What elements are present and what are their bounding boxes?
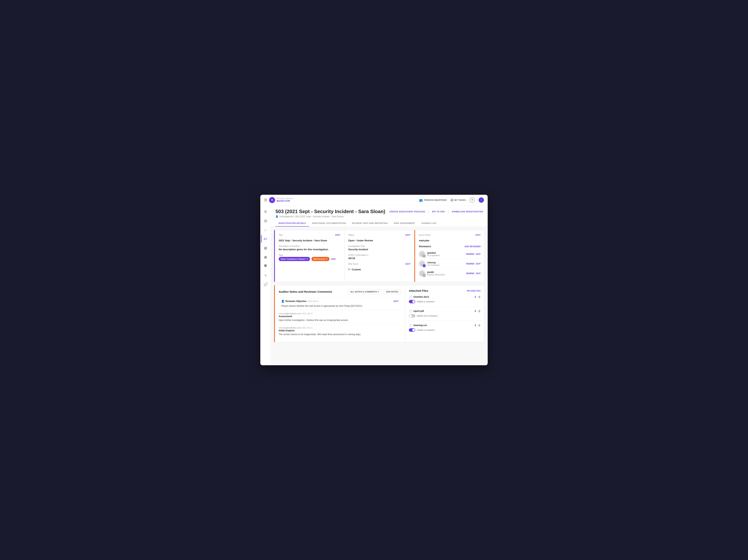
tab-change-log[interactable]: CHANGE LOG (418, 220, 439, 227)
all-notes-button[interactable]: ALL NOTES & COMMENTS ▾ (348, 289, 381, 294)
file-2-delete-icon[interactable]: 🗑 (478, 309, 481, 312)
tab-incident-info[interactable]: INCIDENT INFO AND REPORTING (349, 220, 391, 227)
tab-risk-assessment[interactable]: RISK ASSESSMENT (391, 220, 418, 227)
file-item-1: 📄 sloandoc.docx ⬇ 🗑 (409, 295, 481, 306)
file-item-3: 📄 sloanlog.csv ⬇ 🗑 (409, 324, 481, 335)
file-2-download-icon[interactable]: ⬇ (474, 309, 476, 312)
file-3-visibility-toggle[interactable] (409, 328, 415, 332)
reviewer-jsmith-badge: 0 (423, 274, 426, 277)
reviewer-janedoe-badge: 0 (423, 255, 426, 258)
add-reviewer-button[interactable]: ADD REVIEWER (464, 245, 481, 248)
file-3-row: 📄 sloanlog.csv ⬇ 🗑 (409, 324, 481, 327)
notes-header: Auditor Notes and Reviewer Comments ALL … (279, 289, 401, 294)
app-window: ☰ ✦ PATIENT PRIVACY MONITOR 👥 PERSON IDE… (260, 195, 488, 365)
comment-1-date: 2021-08-22 (302, 312, 312, 315)
file-1-toggle-row: Visible to reviewers (409, 300, 481, 303)
add-tag-button[interactable]: ADD (331, 258, 335, 260)
dhhs-group: DHHS Confirmation # 45718 (348, 254, 411, 260)
api-to-grc-button[interactable]: API TO GRC (432, 210, 445, 213)
my-tasks-button[interactable]: ☑ MY TASKS (450, 199, 466, 202)
reviewer-cmccoy-info: cmccoy No Expiration (427, 261, 464, 266)
title-edit-button[interactable]: EDIT (335, 234, 341, 236)
comment-1-author: cmccoy@institution.com (279, 312, 301, 315)
comment-2-text: The access seems to be inapproriate. Wil… (279, 333, 401, 336)
sidebar-item-search[interactable]: ⌕ (262, 226, 270, 234)
file-1-download-icon[interactable]: ⬇ (474, 295, 476, 298)
sidebar-item-analytics[interactable]: 📈 (262, 281, 270, 288)
sidebar-item-dashboard[interactable]: ⊞ (262, 208, 270, 215)
reviewer-obj-edit-button[interactable]: EDIT (394, 300, 399, 302)
sidebar-item-list[interactable]: ≡ (262, 272, 270, 279)
sidebar-item-reports[interactable]: ▦ (262, 244, 270, 252)
reviewer-cmccoy-expiry: No Expiration (427, 264, 464, 266)
page-header: 503 (2021 Sept - Security Incident - Sar… (271, 206, 488, 227)
risk-edit-button[interactable]: EDIT (405, 263, 411, 265)
sidebar-item-database[interactable]: ▣ (262, 253, 270, 261)
reviewer-obj-header: 👤 Reviewer Objective 2021-08-20 EDIT (281, 300, 399, 303)
reviewer-jsmith-actions: REMIND EDIT (466, 272, 481, 275)
description-group: Description of Incident No description g… (279, 245, 341, 251)
header-left: ☰ ✦ PATIENT PRIVACY MONITOR (264, 197, 294, 203)
logo-icon: ✦ (269, 197, 275, 203)
breadcrumb-icon: 👤 (276, 215, 278, 218)
reviewers-header: Reviewers ADD REVIEWER (419, 245, 481, 248)
toggle-1-knob (412, 300, 415, 303)
file-1-visibility-label: Visible to reviewers (417, 301, 435, 303)
sidebar-item-shield[interactable]: ⛊ (262, 262, 270, 270)
tag-self-access-close[interactable]: ✕ (326, 258, 328, 260)
person-identifier-label: PERSON IDENTIFIER (424, 199, 447, 201)
tab-additional-documentation[interactable]: ADDITIONAL DOCUMENTATION (309, 220, 349, 227)
upload-file-button[interactable]: UPLOAD FILE (467, 290, 481, 292)
file-1-actions: ⬇ 🗑 (474, 295, 481, 298)
comment-1-title: Assessment (279, 315, 401, 318)
download-investigation-button[interactable]: DOWNLOAD INVESTIGATION (452, 210, 483, 213)
header-right: 👥 PERSON IDENTIFIER ☑ MY TASKS ? 👤 (419, 197, 484, 203)
reviewer-jsmith-remind[interactable]: REMIND (466, 272, 474, 275)
create-ediscovery-button[interactable]: CREATE EDISCOVERY PACKAGE (389, 210, 425, 213)
issue-owner-value: matryder (419, 239, 481, 242)
reviewers-title: Reviewers (419, 245, 431, 248)
add-notes-button[interactable]: ADD NOTES (383, 289, 401, 294)
reviewer-cmccoy-edit[interactable]: EDIT (476, 262, 481, 265)
hamburger-icon[interactable]: ☰ (264, 198, 267, 202)
status-edit-button[interactable]: EDIT (405, 234, 411, 236)
logo-bottom-text: MONITOR (277, 200, 294, 202)
reviewer-janedoe-remind[interactable]: REMIND (466, 253, 474, 255)
tasks-icon: ☑ (450, 199, 453, 202)
action-divider-1: | (428, 210, 429, 213)
my-tasks-label: MY TASKS (454, 199, 466, 201)
file-3-delete-icon[interactable]: 🗑 (478, 324, 481, 327)
risk-header: Risk Score EDIT (348, 263, 411, 266)
tab-investigation-details[interactable]: INVESTIGATION DETAILS (276, 220, 309, 227)
tag-state-compliance-close[interactable]: ✕ (306, 258, 308, 260)
reviewer-janedoe: 💬 0 janedoe No Expiration REMIND EDIT (419, 249, 481, 259)
file-1-name-row: 📄 sloandoc.docx (409, 295, 429, 298)
person-identifier-button[interactable]: 👥 PERSON IDENTIFIER (419, 199, 447, 202)
user-avatar[interactable]: 👤 (478, 197, 484, 203)
reviewer-cmccoy-remind[interactable]: REMIND (466, 262, 474, 265)
top-cards: Title EDIT 2021 Sept - Security Incident… (274, 230, 485, 282)
reviewer-janedoe-actions: REMIND EDIT (466, 253, 481, 255)
comment-2-header: cmccoy@institution.com 2021-08-21 (279, 327, 401, 329)
status-label: Status (348, 234, 354, 236)
file-3-visibility-label: Visible to reviewers (417, 329, 435, 331)
file-2-name: report.pdf (413, 310, 424, 312)
issue-owner-edit-button[interactable]: EDIT (475, 234, 481, 236)
sidebar-item-documents[interactable]: ▤ (262, 217, 270, 225)
content-area: 503 (2021 Sept - Security Incident - Sar… (271, 206, 488, 365)
reviewer-janedoe-name: janedoe (427, 252, 464, 254)
sidebar-item-tags[interactable]: 🏷 (261, 235, 270, 243)
file-2-visibility-toggle[interactable] (409, 314, 415, 318)
comment-2-date: 2021-08-21 (302, 327, 312, 329)
tags-label: Tags (279, 254, 341, 256)
reviewer-jsmith: 💬 0 jsmith Expires 08/01/2021 REMIND EDI… (419, 269, 481, 278)
file-3-download-icon[interactable]: ⬇ (474, 324, 476, 327)
file-1-visibility-toggle[interactable] (409, 300, 415, 303)
help-button[interactable]: ? (469, 197, 475, 203)
file-1-delete-icon[interactable]: 🗑 (478, 295, 481, 298)
status-header: Status EDIT (348, 234, 411, 237)
reviewer-jsmith-edit[interactable]: EDIT (476, 272, 481, 275)
reviewer-janedoe-edit[interactable]: EDIT (476, 253, 481, 255)
comment-2-title: Initial Analysis (279, 329, 401, 332)
file-item-2: 📄 report.pdf ⬇ 🗑 (409, 309, 481, 321)
